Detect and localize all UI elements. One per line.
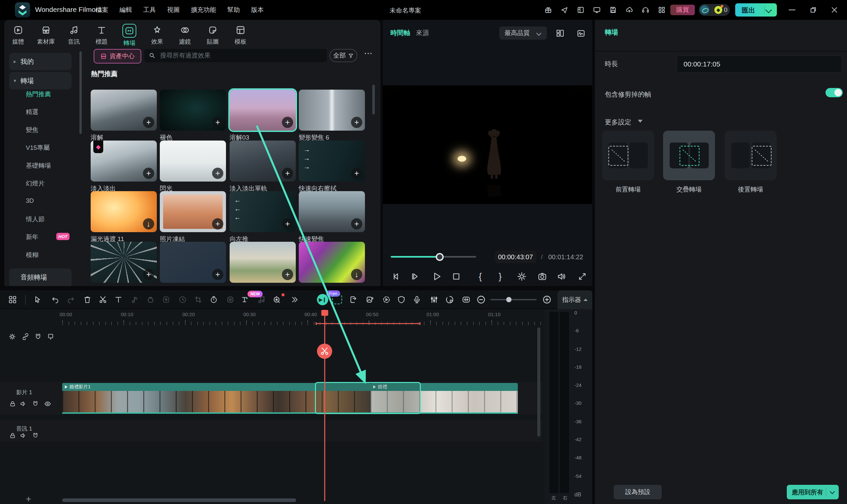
playhead[interactable]	[324, 310, 325, 501]
transition-card[interactable]: + 閃光	[160, 141, 226, 193]
sidebar-item-slideshow[interactable]: 幻燈片	[26, 179, 45, 188]
audio-track-lane[interactable]	[0, 420, 543, 442]
denoise-icon[interactable]	[226, 296, 234, 304]
cut-scissors-button[interactable]	[317, 344, 332, 359]
account-pill[interactable]: ◆ 0	[699, 4, 730, 16]
download-icon[interactable]: ↓	[351, 269, 362, 280]
cloud-upload-icon[interactable]	[625, 6, 633, 14]
include-trimmed-toggle[interactable]	[826, 88, 843, 97]
volume-icon[interactable]	[557, 272, 566, 281]
sidebar-item-newyear[interactable]: 新年	[26, 233, 38, 241]
track-magnet-icon[interactable]	[32, 400, 39, 407]
audio-mixer-icon[interactable]	[430, 295, 438, 304]
transition-card[interactable]: ↓ 故障變焦	[299, 242, 365, 286]
transition-card[interactable]: + 快速變焦	[299, 191, 365, 244]
download-icon[interactable]: ↓	[143, 218, 154, 230]
timeline-vertical-scrollbar[interactable]	[537, 327, 540, 436]
sidebar-item-3d[interactable]: 3D	[26, 197, 34, 204]
transition-card[interactable]: + 變形變焦 2	[91, 242, 157, 286]
select-cursor-icon[interactable]	[34, 296, 42, 304]
redo-icon[interactable]	[67, 296, 75, 304]
content-scrollbar[interactable]	[372, 85, 375, 114]
timeline-horizontal-scrollbar[interactable]	[62, 498, 296, 502]
menu-view[interactable]: 視圖	[161, 6, 185, 14]
transition-card[interactable]: + 褪色	[160, 90, 226, 142]
sidebar-item-valentine[interactable]: 情人節	[26, 215, 45, 223]
screen-record-icon[interactable]	[445, 295, 454, 304]
gift-icon[interactable]	[544, 6, 552, 14]
add-plus-icon[interactable]: +	[282, 269, 293, 280]
set-default-button[interactable]: 設為預設	[614, 485, 662, 499]
text-to-speech-icon[interactable]	[241, 295, 249, 304]
more-settings-label[interactable]: 更多設定	[605, 118, 631, 127]
quick-transition-icon[interactable]: ▶❙	[317, 294, 328, 305]
play-icon[interactable]	[432, 271, 442, 282]
apply-to-all-button[interactable]: 應用到所有	[787, 485, 839, 499]
avatar[interactable]	[700, 5, 710, 15]
mask-icon[interactable]	[146, 296, 155, 304]
asset-center-button[interactable]: 資產中心	[94, 49, 141, 64]
image-export-icon[interactable]	[366, 295, 374, 304]
sidebar-group-my[interactable]: ▸ 我的	[9, 53, 71, 70]
sidebar-item-zoom[interactable]: 變焦	[26, 126, 38, 134]
add-plus-icon[interactable]: +	[351, 117, 362, 128]
maximize-button[interactable]	[806, 3, 820, 17]
beat-sync-icon[interactable]	[332, 294, 342, 304]
transition-thumb[interactable]: +	[91, 90, 157, 131]
duration-input[interactable]	[676, 56, 842, 73]
ai-audio-icon[interactable]	[272, 295, 281, 304]
transition-card[interactable]: + 淡入淡出單軌	[230, 141, 296, 193]
snapshot-icon[interactable]	[537, 272, 547, 281]
current-timecode[interactable]: 00:00:43:07	[495, 251, 536, 263]
tab-templates[interactable]: 模板	[227, 24, 254, 46]
apply-all-chevron-icon[interactable]	[830, 489, 835, 494]
link-clips-icon[interactable]	[22, 333, 29, 340]
audio-clip-icon[interactable]	[131, 296, 139, 304]
add-plus-icon[interactable]: +	[143, 168, 154, 179]
add-track-button[interactable]: +	[26, 494, 31, 504]
sidebar-scrollbar[interactable]	[80, 51, 82, 134]
add-plus-icon[interactable]: +	[282, 117, 293, 128]
sidebar-group-transitions[interactable]: ▾ 轉場	[9, 72, 71, 89]
playhead-handle[interactable]	[321, 310, 328, 316]
support-icon[interactable]	[641, 6, 650, 14]
seek-knob[interactable]	[436, 253, 444, 261]
add-plus-icon[interactable]: +	[143, 269, 154, 280]
zoom-out-icon[interactable]	[476, 295, 486, 304]
menu-extensions[interactable]: 擴充功能	[185, 6, 222, 14]
mute-icon[interactable]	[20, 432, 27, 439]
next-frame-icon[interactable]	[411, 272, 420, 281]
export-button[interactable]: 匯出	[735, 3, 777, 17]
sidebar-item-hot[interactable]: 熱門推薦	[26, 90, 51, 98]
fullscreen-icon[interactable]	[578, 272, 587, 281]
apps-grid-icon[interactable]	[658, 6, 666, 14]
add-plus-icon[interactable]: +	[351, 168, 362, 179]
transition-card[interactable]: + 照片凍結	[160, 191, 226, 244]
mute-icon[interactable]	[20, 400, 27, 407]
sidebar-item-blur[interactable]: 模糊	[26, 251, 38, 259]
record-voiceover-icon[interactable]	[412, 295, 421, 304]
position-overlap-card[interactable]	[663, 131, 715, 180]
snap-magnet-icon[interactable]	[34, 333, 42, 340]
video-preview[interactable]	[383, 85, 592, 204]
menu-tools[interactable]: 工具	[138, 6, 161, 14]
sidebar-group-audio-transitions[interactable]: 音頻轉場	[9, 269, 71, 286]
speed-icon[interactable]	[179, 296, 187, 304]
buy-button[interactable]: 購買	[670, 5, 695, 15]
playback-settings-icon[interactable]	[517, 272, 526, 281]
add-plus-icon[interactable]: +	[212, 269, 223, 280]
tab-timeline-view[interactable]: 時間軸	[390, 29, 410, 37]
track-settings-icon[interactable]	[8, 333, 16, 340]
stop-icon[interactable]	[452, 272, 461, 281]
add-marker-icon[interactable]	[162, 296, 170, 304]
more-settings-caret-icon[interactable]	[638, 120, 642, 123]
add-plus-icon[interactable]: +	[212, 168, 223, 179]
tab-effects[interactable]: 效果	[143, 24, 171, 46]
add-plus-icon[interactable]: +	[212, 117, 223, 128]
text-tool-icon[interactable]	[114, 296, 122, 304]
menu-help[interactable]: 幫助	[222, 6, 246, 14]
menu-version[interactable]: 版本	[246, 6, 269, 14]
delete-icon[interactable]	[83, 296, 91, 304]
menu-file[interactable]: 檔案	[90, 6, 114, 14]
menu-edit[interactable]: 編輯	[114, 6, 138, 14]
